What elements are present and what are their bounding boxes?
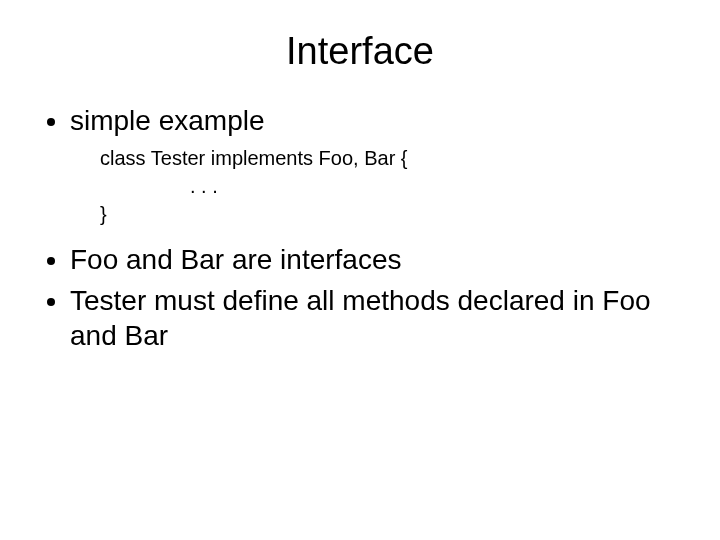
slide: Interface simple example class Tester im…: [0, 0, 720, 540]
bullet-item-2: Foo and Bar are interfaces: [70, 242, 690, 277]
code-line-2: . . .: [100, 172, 690, 200]
bullet-text-2: Foo and Bar are interfaces: [70, 244, 402, 275]
code-line-3: }: [100, 200, 690, 228]
bullet-text-1: simple example: [70, 105, 265, 136]
bullet-list: simple example class Tester implements F…: [30, 103, 690, 353]
slide-title: Interface: [30, 30, 690, 73]
bullet-item-1: simple example class Tester implements F…: [70, 103, 690, 228]
bullet-text-3: Tester must define all methods declared …: [70, 285, 651, 351]
code-block: class Tester implements Foo, Bar { . . .…: [100, 144, 690, 228]
bullet-item-3: Tester must define all methods declared …: [70, 283, 690, 353]
code-line-1: class Tester implements Foo, Bar {: [100, 144, 690, 172]
